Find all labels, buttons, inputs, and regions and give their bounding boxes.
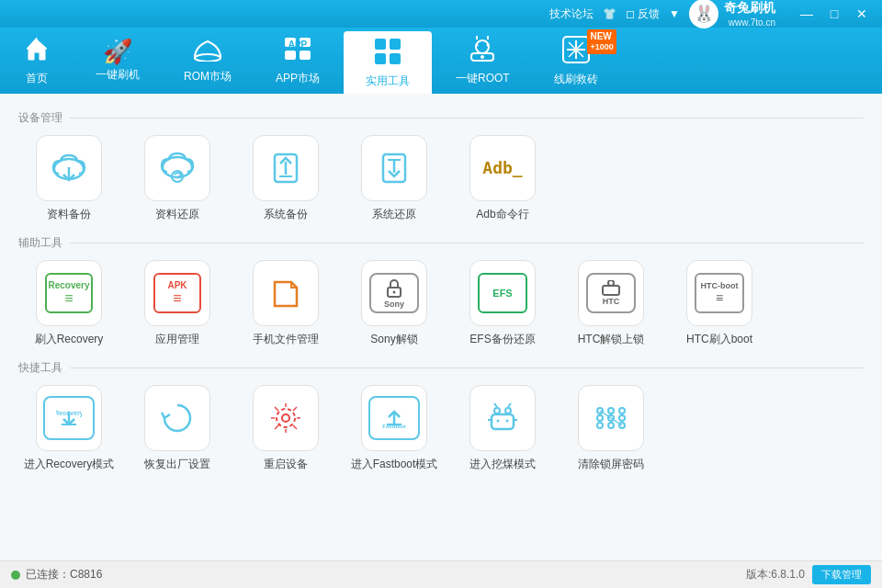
tool-reboot[interactable]: 重启设备 bbox=[235, 381, 336, 476]
tool-efs-restore[interactable]: EFS EFS备份还原 bbox=[452, 256, 553, 351]
tool-sony-unlock[interactable]: Sony Sony解锁 bbox=[344, 256, 445, 351]
forum-link[interactable]: 技术论坛 bbox=[549, 6, 594, 22]
android-mode-label: 进入挖煤模式 bbox=[469, 457, 536, 472]
sys-restore-icon-box bbox=[361, 135, 427, 201]
tool-clear-lock[interactable]: 清除锁屏密码 bbox=[560, 381, 662, 476]
app-icon: APP bbox=[283, 36, 312, 67]
svg-point-35 bbox=[608, 280, 614, 286]
data-backup-icon-box bbox=[36, 135, 102, 201]
adb-cmd-label: Adb命令行 bbox=[476, 207, 528, 222]
factory-reset-label: 恢复出厂设置 bbox=[144, 457, 210, 472]
minimize-button[interactable]: — bbox=[794, 1, 820, 27]
version-text: 版本:6.8.1.0 bbox=[746, 567, 805, 582]
efs-restore-label: EFS备份还原 bbox=[469, 332, 535, 347]
rom-icon bbox=[193, 38, 222, 65]
section-quick-tools: 快捷工具 bbox=[18, 360, 864, 376]
enter-recovery-label: 进入Recovery模式 bbox=[24, 457, 115, 472]
svg-line-40 bbox=[293, 407, 297, 411]
tool-android-mode[interactable]: 进入挖煤模式 bbox=[452, 381, 553, 476]
svg-point-56 bbox=[506, 420, 509, 423]
titlebar: 技术论坛 👕 ◻ 反馈 ▼ 🐰 奇兔刷机 www.7to.cn — □ ✕ bbox=[0, 0, 882, 28]
main-content: 设备管理 资料备份 bbox=[0, 94, 882, 560]
svg-line-53 bbox=[494, 403, 497, 407]
new-badge: NEW +1000 bbox=[587, 29, 616, 54]
tool-htc-boot[interactable]: HTC-boot ≡ HTC刷入boot bbox=[669, 256, 770, 351]
svg-point-39 bbox=[282, 414, 289, 422]
tool-sys-backup[interactable]: 系统备份 bbox=[235, 131, 336, 226]
nav-tools[interactable]: 实用工具 bbox=[344, 31, 432, 94]
svg-point-52 bbox=[505, 408, 511, 413]
nav-rescue[interactable]: NEW +1000 线刷救砖 bbox=[532, 28, 620, 94]
brand-logo: 🐰 奇兔刷机 www.7to.cn bbox=[689, 0, 775, 28]
brand-text: 奇兔刷机 www.7to.cn bbox=[724, 0, 775, 28]
svg-point-0 bbox=[195, 54, 220, 62]
sys-backup-label: 系统备份 bbox=[264, 207, 308, 222]
tool-data-restore[interactable]: 资料还原 bbox=[127, 131, 228, 226]
connection-status: 已连接：C8816 bbox=[26, 567, 102, 582]
assistant-tools-grid: Recovery ≡ 刷入Recovery APK ≡ 应用管理 bbox=[18, 256, 864, 351]
svg-line-41 bbox=[275, 407, 278, 411]
rescue-icon bbox=[561, 35, 591, 68]
close-button[interactable]: ✕ bbox=[849, 1, 875, 27]
rom-label: ROM市场 bbox=[184, 69, 232, 85]
sys-backup-icon-box bbox=[253, 135, 319, 201]
svg-rect-3 bbox=[285, 51, 296, 60]
recovery-flash-label: 刷入Recovery bbox=[35, 332, 104, 347]
tool-enter-recovery[interactable]: Recovery 进入Recovery模式 bbox=[18, 381, 119, 476]
tools-icon bbox=[373, 37, 402, 70]
svg-line-43 bbox=[293, 425, 297, 429]
title-links: 技术论坛 👕 ◻ 反馈 ▼ bbox=[7, 6, 689, 22]
tool-data-backup[interactable]: 资料备份 bbox=[18, 131, 119, 226]
rescue-label: 线刷救砖 bbox=[554, 72, 598, 87]
navbar: 首页 🚀 一键刷机 ROM市场 APP APP市场 bbox=[0, 28, 882, 94]
home-label: 首页 bbox=[26, 71, 48, 86]
nav-home[interactable]: 首页 bbox=[0, 28, 74, 94]
reboot-label: 重启设备 bbox=[264, 457, 308, 472]
expand-icon[interactable]: ▼ bbox=[669, 7, 680, 20]
svg-rect-9 bbox=[390, 53, 401, 64]
section-device-management: 设备管理 bbox=[18, 110, 864, 126]
tool-adb-cmd[interactable]: Adb_ Adb命令行 bbox=[452, 131, 553, 226]
enter-recovery-icon-box: Recovery bbox=[36, 385, 102, 451]
sys-restore-label: 系统还原 bbox=[372, 207, 416, 222]
tool-fastboot[interactable]: Fastboot 进入Fastboot模式 bbox=[344, 381, 445, 476]
tool-factory-reset[interactable]: 恢复出厂设置 bbox=[127, 381, 228, 476]
svg-point-10 bbox=[476, 40, 489, 53]
sony-unlock-label: Sony解锁 bbox=[370, 332, 417, 347]
tool-app-manage[interactable]: APK ≡ 应用管理 bbox=[127, 256, 228, 351]
svg-rect-6 bbox=[375, 39, 386, 50]
apk-icon: APK ≡ bbox=[153, 273, 201, 313]
reboot-icon-box bbox=[253, 385, 319, 451]
svg-rect-50 bbox=[492, 414, 514, 429]
nav-rom[interactable]: ROM市场 bbox=[162, 28, 254, 94]
data-restore-label: 资料还原 bbox=[155, 207, 199, 222]
download-btn[interactable]: 下载管理 bbox=[812, 565, 871, 584]
htc-unlock-icon-box: HTC bbox=[578, 260, 644, 326]
nav-flash[interactable]: 🚀 一键刷机 bbox=[74, 28, 162, 94]
recovery-icon: Recovery ≡ bbox=[45, 273, 93, 313]
nav-root[interactable]: 一键ROOT bbox=[434, 28, 532, 94]
root-label: 一键ROOT bbox=[456, 71, 510, 86]
data-restore-icon-box bbox=[144, 135, 210, 201]
fastboot-icon-box: Fastboot bbox=[361, 385, 427, 451]
svg-point-66 bbox=[608, 423, 614, 428]
root-icon bbox=[468, 36, 497, 67]
shirt-icon[interactable]: 👕 bbox=[603, 7, 616, 20]
file-manage-label: 手机文件管理 bbox=[253, 332, 319, 347]
android-mode-icon-box bbox=[469, 385, 536, 451]
tool-file-manage[interactable]: 手机文件管理 bbox=[235, 256, 336, 351]
maximize-button[interactable]: □ bbox=[821, 1, 847, 27]
brand-url: www.7to.cn bbox=[724, 17, 775, 28]
nav-app[interactable]: APP APP市场 bbox=[254, 28, 342, 94]
tool-htc-unlock[interactable]: HTC HTC解锁上锁 bbox=[560, 256, 662, 351]
htc-boot-icon-box: HTC-boot ≡ bbox=[686, 260, 752, 326]
tool-recovery-flash[interactable]: Recovery ≡ 刷入Recovery bbox=[18, 256, 119, 351]
svg-point-64 bbox=[619, 415, 625, 421]
feedback-link[interactable]: ◻ 反馈 bbox=[626, 6, 660, 22]
status-left: 已连接：C8816 bbox=[11, 567, 102, 582]
flash-label: 一键刷机 bbox=[96, 67, 140, 83]
htc-boot-label: HTC刷入boot bbox=[686, 332, 752, 347]
tools-label: 实用工具 bbox=[366, 74, 410, 89]
tool-sys-restore[interactable]: 系统还原 bbox=[344, 131, 445, 226]
section-assistant-tools: 辅助工具 bbox=[18, 235, 864, 251]
